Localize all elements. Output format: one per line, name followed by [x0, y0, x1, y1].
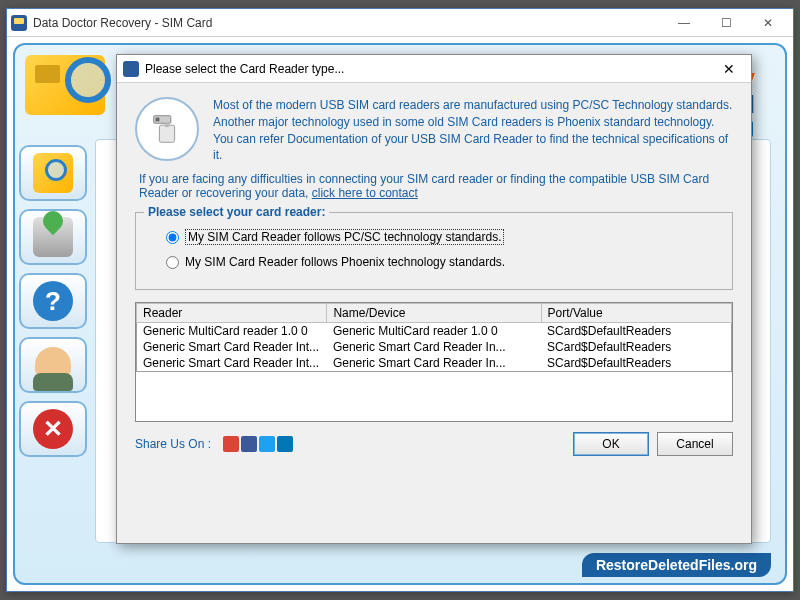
help-icon: ?: [33, 281, 73, 321]
sidebar-scan-button[interactable]: [19, 145, 87, 201]
reader-table[interactable]: Reader Name/Device Port/Value Generic Mu…: [136, 303, 732, 372]
dialog-titlebar: Please select the Card Reader type... ✕: [117, 55, 751, 83]
table-cell: Generic MultiCard reader 1.0 0: [137, 323, 327, 340]
table-row[interactable]: Generic Smart Card Reader Int...Generic …: [137, 339, 732, 355]
radio-pcsc-label: My SIM Card Reader follows PC/SC technol…: [185, 229, 504, 245]
svg-rect-1: [156, 118, 160, 122]
share-linkedin-icon[interactable]: [277, 436, 293, 452]
fieldset-legend: Please select your card reader:: [144, 205, 329, 219]
sidebar-recover-button[interactable]: [19, 209, 87, 265]
sim-search-icon: [33, 153, 73, 193]
usb-reader-icon: [135, 97, 199, 161]
user-icon: [35, 347, 71, 383]
table-cell: Generic MultiCard reader 1.0 0: [327, 323, 541, 340]
ok-button-label: OK: [602, 437, 619, 451]
dialog-icon: [123, 61, 139, 77]
svg-rect-3: [165, 123, 169, 127]
table-cell: Generic Smart Card Reader Int...: [137, 339, 327, 355]
cancel-button-label: Cancel: [676, 437, 713, 451]
table-cell: SCard$DefaultReaders: [541, 323, 731, 340]
dialog-body: Most of the modern USB SIM card readers …: [117, 83, 751, 432]
table-cell: Generic Smart Card Reader In...: [327, 339, 541, 355]
contact-link[interactable]: click here to contact: [312, 186, 418, 200]
close-button[interactable]: ✕: [747, 10, 789, 36]
footer-site-tag[interactable]: RestoreDeletedFiles.org: [582, 553, 771, 577]
th-name[interactable]: Name/Device: [327, 304, 541, 323]
card-reader-fieldset: Please select your card reader: My SIM C…: [135, 212, 733, 290]
reader-table-wrap: Reader Name/Device Port/Value Generic Mu…: [135, 302, 733, 422]
th-reader[interactable]: Reader: [137, 304, 327, 323]
share-twitter-icon[interactable]: [259, 436, 275, 452]
radio-phoenix-label: My SIM Card Reader follows Phoenix techn…: [185, 255, 505, 269]
magnifier-icon: [65, 57, 111, 103]
sidebar-exit-button[interactable]: ✕: [19, 401, 87, 457]
window-title: Data Doctor Recovery - SIM Card: [33, 16, 663, 30]
info-main-text: Most of the modern USB SIM card readers …: [213, 97, 733, 164]
sidebar-support-button[interactable]: [19, 337, 87, 393]
maximize-button[interactable]: ☐: [705, 10, 747, 36]
radio-phoenix[interactable]: [166, 256, 179, 269]
share-google-plus-icon[interactable]: [223, 436, 239, 452]
share-icons: [223, 436, 565, 452]
sidebar-help-button[interactable]: ?: [19, 273, 87, 329]
radio-pcsc-row[interactable]: My SIM Card Reader follows PC/SC technol…: [166, 229, 720, 245]
drive-recover-icon: [33, 217, 73, 257]
minimize-button[interactable]: —: [663, 10, 705, 36]
info-sub-text: If you are facing any difficulties in co…: [139, 172, 733, 200]
table-cell: SCard$DefaultReaders: [541, 355, 731, 372]
dialog-title: Please select the Card Reader type...: [145, 62, 713, 76]
app-icon: [11, 15, 27, 31]
card-reader-dialog: Please select the Card Reader type... ✕ …: [116, 54, 752, 544]
table-cell: SCard$DefaultReaders: [541, 339, 731, 355]
radio-pcsc[interactable]: [166, 231, 179, 244]
sidebar: ? ✕: [19, 145, 87, 457]
dialog-close-button[interactable]: ✕: [713, 61, 745, 77]
svg-rect-2: [159, 125, 174, 142]
share-facebook-icon[interactable]: [241, 436, 257, 452]
main-titlebar: Data Doctor Recovery - SIM Card — ☐ ✕: [7, 9, 793, 37]
ok-button[interactable]: OK: [573, 432, 649, 456]
table-cell: Generic Smart Card Reader In...: [327, 355, 541, 372]
th-port[interactable]: Port/Value: [541, 304, 731, 323]
dialog-footer: Share Us On : OK Cancel: [117, 432, 751, 466]
info-sub-label: If you are facing any difficulties in co…: [139, 172, 709, 200]
radio-phoenix-row[interactable]: My SIM Card Reader follows Phoenix techn…: [166, 255, 720, 269]
share-label: Share Us On :: [135, 437, 211, 451]
cancel-button[interactable]: Cancel: [657, 432, 733, 456]
table-row[interactable]: Generic MultiCard reader 1.0 0Generic Mu…: [137, 323, 732, 340]
exit-icon: ✕: [33, 409, 73, 449]
info-row: Most of the modern USB SIM card readers …: [135, 97, 733, 164]
table-cell: Generic Smart Card Reader Int...: [137, 355, 327, 372]
table-row[interactable]: Generic Smart Card Reader Int...Generic …: [137, 355, 732, 372]
